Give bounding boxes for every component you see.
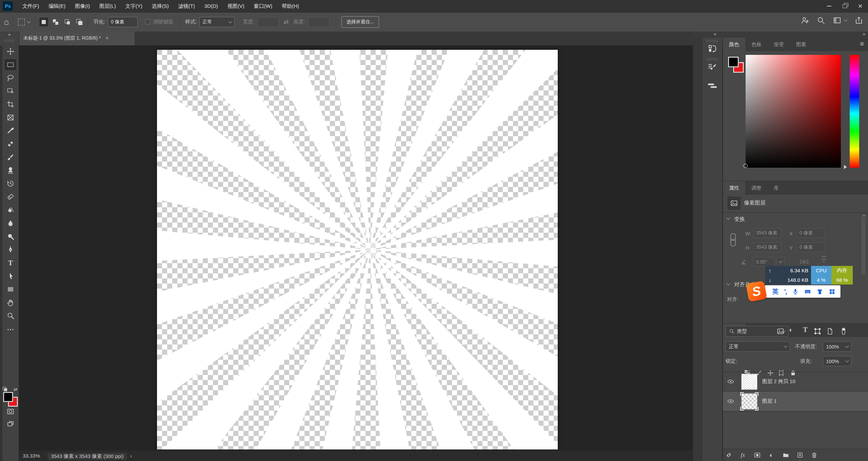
home-button[interactable]: ⌂: [0, 17, 13, 27]
panel-menu-icon[interactable]: ≡: [860, 40, 864, 48]
tab-properties[interactable]: 属性: [723, 181, 745, 195]
frame-tool[interactable]: [4, 112, 17, 123]
add-layer-mask-icon[interactable]: [753, 452, 761, 459]
menu-layer[interactable]: 图层(L): [95, 0, 120, 12]
share-icon[interactable]: [854, 16, 863, 25]
intersect-selection-button[interactable]: [75, 18, 84, 26]
collapse-align-icon[interactable]: [726, 281, 730, 285]
layer-filter-toggle[interactable]: [840, 327, 848, 335]
clone-stamp-tool[interactable]: [4, 165, 17, 176]
ime-language-toggle[interactable]: 英: [772, 287, 778, 296]
path-selection-tool[interactable]: [4, 270, 17, 282]
foreground-color-swatch[interactable]: [728, 57, 738, 67]
document-canvas[interactable]: [157, 50, 558, 449]
punctuation-icon[interactable]: ’,: [784, 288, 787, 296]
add-to-selection-button[interactable]: [51, 18, 60, 26]
color-picker-ring[interactable]: [743, 164, 748, 168]
filter-type-layers-icon[interactable]: T: [801, 326, 809, 334]
menu-filter[interactable]: 滤镜(T): [174, 0, 200, 12]
anti-alias-checkbox[interactable]: [145, 19, 150, 24]
menu-help[interactable]: 帮助(H): [277, 0, 304, 12]
link-dimensions-icon[interactable]: [730, 233, 736, 246]
sogou-ime-logo[interactable]: S: [746, 281, 767, 302]
subtract-from-selection-button[interactable]: [63, 18, 72, 26]
opacity-dropdown[interactable]: 100%: [823, 341, 851, 352]
skin-icon[interactable]: [816, 288, 823, 295]
menu-edit[interactable]: 编辑(E): [44, 0, 70, 12]
menu-select[interactable]: 选择(S): [147, 0, 174, 12]
flip-horizontal-icon[interactable]: ▷¦◁: [800, 258, 807, 265]
blend-mode-dropdown[interactable]: 正常: [726, 341, 790, 352]
expand-dock-button[interactable]: »: [863, 31, 865, 37]
keyboard-icon[interactable]: [804, 288, 811, 295]
width-input[interactable]: [257, 17, 279, 27]
fill-dropdown[interactable]: 100%: [823, 356, 851, 366]
collapse-dock-button[interactable]: «: [714, 31, 716, 37]
zoom-level[interactable]: 33.33%: [23, 453, 40, 459]
menu-image[interactable]: 图像(I): [70, 0, 95, 12]
layer-row[interactable]: 图层 2 拷贝 10: [723, 372, 868, 391]
menu-file[interactable]: 文件(F): [18, 0, 44, 12]
new-layer-icon[interactable]: [796, 452, 804, 459]
zoom-tool[interactable]: [4, 310, 17, 321]
filter-smart-objects-icon[interactable]: [826, 327, 834, 335]
brush-tool[interactable]: [4, 151, 17, 163]
height-input[interactable]: [308, 17, 330, 27]
restore-button[interactable]: [837, 0, 852, 12]
minimize-button[interactable]: [821, 0, 837, 12]
lasso-tool[interactable]: [4, 72, 17, 84]
filter-shape-layers-icon[interactable]: [813, 327, 822, 335]
status-chevron-icon[interactable]: ›: [130, 453, 132, 459]
tool-preset-picker[interactable]: [13, 19, 35, 25]
properties-scrollbar[interactable]: [862, 217, 865, 275]
pasteboard[interactable]: 33.33% 3543 像素 x 3543 像素 (300 ppi) ›: [19, 45, 693, 461]
type-tool[interactable]: T: [4, 257, 17, 269]
brushes-panel-icon[interactable]: [707, 80, 717, 90]
quick-mask-button[interactable]: [4, 406, 17, 417]
filter-adjustment-layers-icon[interactable]: ◐: [789, 326, 797, 334]
feather-input[interactable]: [108, 17, 138, 27]
menu-3d[interactable]: 3D(D): [200, 0, 223, 12]
new-selection-button[interactable]: [39, 18, 48, 26]
tab-color[interactable]: 颜色: [723, 38, 745, 51]
new-group-icon[interactable]: [782, 452, 789, 459]
tab-libraries[interactable]: 库: [768, 181, 785, 195]
document-close-icon[interactable]: ×: [105, 35, 108, 41]
eyedropper-tool[interactable]: [4, 125, 17, 137]
rectangle-tool[interactable]: [4, 284, 17, 295]
menu-type[interactable]: 文字(Y): [121, 0, 147, 12]
document-info[interactable]: 3543 像素 x 3543 像素 (300 ppi): [47, 453, 127, 460]
toolbar-expand-button[interactable]: »: [8, 32, 10, 37]
layer-visibility-toggle[interactable]: [723, 379, 738, 384]
brush-settings-panel-icon[interactable]: [707, 62, 717, 72]
skew-icon[interactable]: ▽: [822, 256, 826, 263]
workspace-switcher[interactable]: [833, 16, 847, 25]
width-field[interactable]: [753, 228, 781, 238]
hue-slider[interactable]: [850, 55, 859, 168]
hue-slider-arrow-icon[interactable]: [844, 165, 847, 169]
dodge-tool[interactable]: [4, 231, 17, 242]
rectangular-marquee-tool[interactable]: [4, 59, 17, 70]
layer-name[interactable]: 图层 2 拷贝 10: [762, 378, 795, 385]
layer-visibility-toggle[interactable]: [723, 399, 738, 404]
layer-thumbnail[interactable]: [741, 393, 757, 410]
object-selection-tool[interactable]: [4, 85, 17, 97]
select-and-mask-button[interactable]: 选择并遮住...: [341, 16, 379, 28]
layer-row-selected[interactable]: 图层 1: [723, 392, 868, 411]
menu-view[interactable]: 视图(V): [223, 0, 249, 12]
search-icon[interactable]: [816, 16, 825, 25]
account-share-icon[interactable]: [800, 16, 809, 25]
saturation-brightness-field[interactable]: [746, 55, 841, 168]
edit-toolbar-button[interactable]: [4, 324, 17, 335]
swap-colors-icon[interactable]: ⇄: [14, 387, 17, 392]
height-field[interactable]: [753, 243, 781, 252]
blur-tool[interactable]: [4, 217, 17, 229]
move-tool[interactable]: [4, 46, 17, 57]
layer-name[interactable]: 图层 1: [762, 398, 777, 404]
paint-bucket-tool[interactable]: [4, 204, 17, 216]
tab-adjustments[interactable]: 调整: [745, 181, 768, 195]
foreground-color-swatch[interactable]: [3, 392, 13, 402]
microphone-icon[interactable]: [792, 288, 799, 295]
tab-swatches[interactable]: 色板: [745, 38, 768, 51]
swap-width-height-icon[interactable]: ⇄: [284, 18, 289, 26]
